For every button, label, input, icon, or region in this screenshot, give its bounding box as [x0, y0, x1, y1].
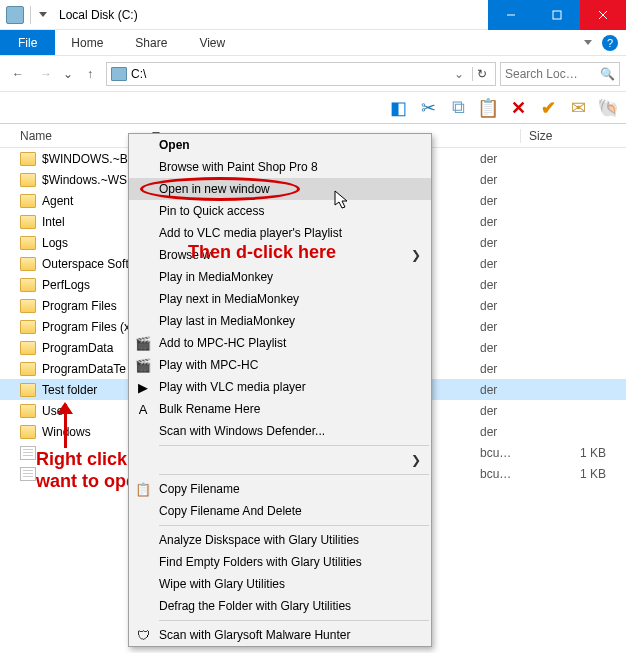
search-icon[interactable]: 🔍 — [600, 67, 615, 81]
menu-item-label: Add to VLC media player's Playlist — [159, 226, 342, 240]
quick-access-dropdown[interactable] — [39, 10, 49, 20]
menu-item[interactable]: Open in new window — [129, 178, 431, 200]
folder-icon — [20, 278, 36, 292]
ribbon-expand-icon[interactable] — [584, 38, 594, 48]
ribbon: File Home Share View ? — [0, 30, 626, 56]
folder-icon — [20, 425, 36, 439]
file-type-fragment: bcu… — [476, 467, 520, 481]
check-icon[interactable]: ✔ — [538, 98, 558, 118]
file-size: 1 KB — [520, 446, 626, 460]
home-tab[interactable]: Home — [55, 30, 119, 55]
menu-separator — [159, 474, 429, 475]
view-tab[interactable]: View — [183, 30, 241, 55]
menu-item[interactable]: Add to VLC media player's Playlist — [129, 222, 431, 244]
svg-rect-1 — [553, 11, 561, 19]
maximize-button[interactable] — [534, 0, 580, 30]
search-input[interactable] — [505, 67, 593, 81]
share-tab[interactable]: Share — [119, 30, 183, 55]
folder-icon — [20, 152, 36, 166]
menu-item-label: Play last in MediaMonkey — [159, 314, 295, 328]
file-type-fragment: der — [476, 383, 520, 397]
copy-icon[interactable]: ⧉ — [448, 98, 468, 118]
file-type-fragment: der — [476, 341, 520, 355]
folder-icon — [20, 320, 36, 334]
refresh-icon[interactable]: ↻ — [472, 67, 491, 81]
file-tab[interactable]: File — [0, 30, 55, 55]
file-type-fragment: der — [476, 299, 520, 313]
mail-icon[interactable]: ✉ — [568, 98, 588, 118]
file-name: Agent — [42, 194, 73, 208]
titlebar: Local Disk (C:) — [0, 0, 626, 30]
file-icon — [20, 467, 36, 481]
file-type-fragment: der — [476, 236, 520, 250]
folder-icon — [20, 236, 36, 250]
search-box[interactable]: 🔍 — [500, 62, 620, 86]
menu-item[interactable]: Play next in MediaMonkey — [129, 288, 431, 310]
menu-item[interactable]: ABulk Rename Here — [129, 398, 431, 420]
menu-item[interactable]: Browse w❯ — [129, 244, 431, 266]
menu-item[interactable]: Copy Filename And Delete — [129, 500, 431, 522]
folder-icon — [20, 383, 36, 397]
menu-item[interactable]: Scan with Windows Defender... — [129, 420, 431, 442]
file-name: $Windows.~WS — [42, 173, 127, 187]
back-button[interactable]: ← — [6, 62, 30, 86]
file-type-fragment: der — [476, 257, 520, 271]
menu-item[interactable]: Find Empty Folders with Glary Utilities — [129, 551, 431, 573]
drive-icon-small — [111, 67, 127, 81]
file-type-fragment: der — [476, 215, 520, 229]
address-path: C:\ — [131, 67, 446, 81]
shell-icon[interactable]: 🐚 — [598, 98, 618, 118]
menu-item[interactable]: 🛡Scan with Glarysoft Malware Hunter — [129, 624, 431, 646]
menu-item-icon: ▶ — [135, 379, 151, 395]
menu-item[interactable]: 🎬Add to MPC-HC Playlist — [129, 332, 431, 354]
cut-icon[interactable]: ✂ — [418, 98, 438, 118]
menu-item[interactable]: 📋Copy Filename — [129, 478, 431, 500]
menu-item-label: Open in new window — [159, 182, 270, 196]
menu-item-label: Browse with Paint Shop Pro 8 — [159, 160, 318, 174]
file-type-fragment: der — [476, 425, 520, 439]
file-type-fragment: der — [476, 194, 520, 208]
submenu-arrow-icon: ❯ — [411, 453, 421, 467]
folder-icon — [20, 257, 36, 271]
folder-icon — [20, 173, 36, 187]
minimize-button[interactable] — [488, 0, 534, 30]
menu-item[interactable]: Pin to Quick access — [129, 200, 431, 222]
menu-item-label: Scan with Windows Defender... — [159, 424, 325, 438]
menu-item[interactable]: Analyze Diskspace with Glary Utilities — [129, 529, 431, 551]
menu-item[interactable]: Wipe with Glary Utilities — [129, 573, 431, 595]
menu-item[interactable]: ❯ — [129, 449, 431, 471]
address-dropdown-icon[interactable]: ⌄ — [450, 67, 468, 81]
paste-icon[interactable]: 📋 — [478, 98, 498, 118]
menu-item-label: Play with MPC-HC — [159, 358, 258, 372]
menu-item-label: Copy Filename — [159, 482, 240, 496]
menu-item[interactable]: Play last in MediaMonkey — [129, 310, 431, 332]
menu-item-label: Find Empty Folders with Glary Utilities — [159, 555, 362, 569]
menu-item[interactable]: Open — [129, 134, 431, 156]
file-name: Logs — [42, 236, 68, 250]
up-button[interactable]: ↑ — [78, 62, 102, 86]
file-name: Intel — [42, 215, 65, 229]
menu-item[interactable]: Browse with Paint Shop Pro 8 — [129, 156, 431, 178]
menu-item-icon: 🛡 — [135, 627, 151, 643]
recent-dropdown-icon[interactable]: ⌄ — [62, 62, 74, 86]
menu-item-label: Pin to Quick access — [159, 204, 264, 218]
file-name: Outerspace Soft — [42, 257, 129, 271]
delete-icon[interactable]: ✕ — [508, 98, 528, 118]
menu-item[interactable]: Play in MediaMonkey — [129, 266, 431, 288]
menu-separator — [159, 445, 429, 446]
submenu-arrow-icon: ❯ — [411, 248, 421, 262]
menu-item[interactable]: ▶Play with VLC media player — [129, 376, 431, 398]
address-bar[interactable]: C:\ ⌄ ↻ — [106, 62, 496, 86]
file-type-fragment: der — [476, 362, 520, 376]
folder-icon — [20, 362, 36, 376]
drive-icon — [6, 6, 24, 24]
help-icon[interactable]: ? — [602, 35, 618, 51]
folder-icon — [20, 404, 36, 418]
panel-toggle-icon[interactable]: ◧ — [388, 98, 408, 118]
column-size[interactable]: Size — [520, 129, 626, 143]
menu-item[interactable]: 🎬Play with MPC-HC — [129, 354, 431, 376]
menu-separator — [159, 620, 429, 621]
forward-button[interactable]: → — [34, 62, 58, 86]
menu-item[interactable]: Defrag the Folder with Glary Utilities — [129, 595, 431, 617]
close-button[interactable] — [580, 0, 626, 30]
